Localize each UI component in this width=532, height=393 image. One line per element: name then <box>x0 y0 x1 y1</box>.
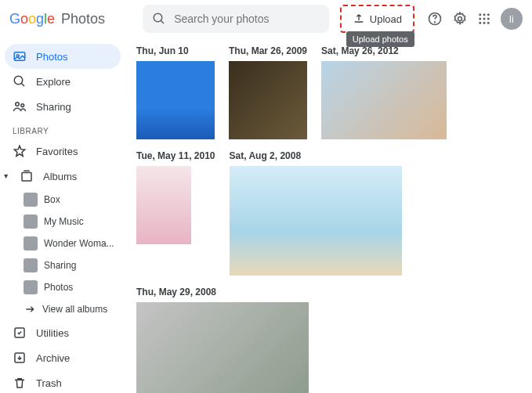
svg-point-13 <box>487 22 490 24</box>
search-icon <box>152 12 166 26</box>
svg-point-19 <box>21 104 24 107</box>
photo-thumbnail[interactable] <box>136 61 215 139</box>
sidebar: Photos Explore Sharing LIBRARY Favorites… <box>0 38 125 393</box>
gear-icon[interactable] <box>452 11 468 27</box>
sidebar-item-label: Trash <box>36 377 62 389</box>
album-item-wonder-woman[interactable]: Wonder Woma... <box>5 233 121 254</box>
trash-icon <box>13 376 27 390</box>
photo-group: Thu, May 29, 2008 <box>136 287 309 393</box>
svg-point-12 <box>483 22 486 24</box>
album-item-box[interactable]: Box <box>5 189 121 211</box>
sidebar-item-explore[interactable]: Explore <box>5 69 121 94</box>
svg-point-7 <box>487 13 490 16</box>
photo-group: Sat, Aug 2, 2008 <box>230 150 402 276</box>
album-item-photos[interactable]: Photos <box>5 276 121 298</box>
upload-label: Upload <box>370 13 402 25</box>
sidebar-item-label: Explore <box>36 76 71 88</box>
album-thumb <box>24 258 38 272</box>
album-thumb <box>24 215 38 229</box>
date-label: Thu, Mar 26, 2009 <box>229 45 307 56</box>
svg-point-6 <box>483 13 486 16</box>
sidebar-item-archive[interactable]: Archive <box>5 345 121 370</box>
photo-group: Thu, Jun 10 <box>136 45 215 139</box>
people-icon <box>13 99 27 114</box>
svg-point-10 <box>487 18 490 20</box>
svg-point-3 <box>435 22 436 23</box>
upload-icon <box>353 13 365 25</box>
sidebar-item-utilities[interactable]: Utilities <box>5 320 121 345</box>
sidebar-item-label: Utilities <box>36 327 69 339</box>
photo-grid: Thu, Jun 10 Thu, Mar 26, 2009 Sat, May 2… <box>125 38 532 393</box>
album-item-sharing[interactable]: Sharing <box>5 254 121 276</box>
arrow-right-icon <box>24 303 36 315</box>
sidebar-item-albums[interactable]: ▸ Albums <box>5 164 121 189</box>
album-thumb <box>24 280 38 294</box>
view-all-albums[interactable]: View all albums <box>5 298 121 320</box>
photo-thumbnail[interactable] <box>230 166 402 276</box>
header-actions: li <box>427 8 523 30</box>
album-item-my-music[interactable]: My Music <box>5 211 121 233</box>
date-label: Thu, May 29, 2008 <box>136 287 309 297</box>
svg-point-4 <box>458 17 462 21</box>
album-thumb <box>24 193 38 207</box>
avatar[interactable]: li <box>501 8 523 30</box>
svg-rect-20 <box>22 173 31 182</box>
sidebar-item-photos[interactable]: Photos <box>5 44 121 69</box>
sidebar-item-label: Archive <box>36 352 70 364</box>
photo-group: Tue, May 11, 2010 <box>136 150 215 276</box>
date-label: Tue, May 11, 2010 <box>136 150 215 161</box>
sidebar-item-label: Sharing <box>36 101 71 113</box>
svg-line-17 <box>21 83 24 86</box>
utilities-icon <box>13 326 27 340</box>
sidebar-item-sharing[interactable]: Sharing <box>5 94 121 119</box>
app-logo[interactable]: Google Photos <box>9 11 105 27</box>
upload-highlight: Upload Upload photos <box>340 5 414 33</box>
photo-thumbnail[interactable] <box>229 61 307 139</box>
search-bar[interactable] <box>143 5 329 33</box>
archive-icon <box>13 351 27 365</box>
photo-group: Sat, May 26, 2012 <box>321 45 447 139</box>
sidebar-item-label: Photos <box>36 51 67 63</box>
upload-button[interactable]: Upload <box>345 8 410 30</box>
logo-product-name: Photos <box>61 11 105 27</box>
svg-point-9 <box>483 18 486 20</box>
header: Google Photos Upload Upload photos li <box>0 0 532 38</box>
svg-point-0 <box>154 13 162 22</box>
photo-group: Thu, Mar 26, 2009 <box>229 45 307 139</box>
photo-thumbnail[interactable] <box>321 61 447 139</box>
sidebar-item-label: Favorites <box>36 146 78 157</box>
search-icon <box>13 74 27 88</box>
date-label: Sat, May 26, 2012 <box>321 45 447 56</box>
svg-point-8 <box>479 18 481 20</box>
photo-thumbnail[interactable] <box>136 166 191 244</box>
chevron-down-icon: ▸ <box>2 175 11 178</box>
svg-point-5 <box>479 13 481 16</box>
apps-icon[interactable] <box>477 12 491 26</box>
album-icon <box>20 169 34 183</box>
svg-point-11 <box>479 22 481 24</box>
help-icon[interactable] <box>427 11 443 27</box>
photo-icon <box>13 49 27 63</box>
svg-point-18 <box>16 103 20 106</box>
sidebar-item-trash[interactable]: Trash <box>5 370 121 393</box>
date-label: Thu, Jun 10 <box>136 45 215 56</box>
upload-tooltip: Upload photos <box>346 31 414 47</box>
photo-thumbnail[interactable] <box>136 302 309 393</box>
sidebar-item-label: Albums <box>43 171 77 182</box>
sidebar-item-favorites[interactable]: Favorites <box>5 139 121 164</box>
library-header: LIBRARY <box>5 119 121 139</box>
album-thumb <box>24 236 38 251</box>
svg-line-1 <box>161 20 164 23</box>
svg-point-16 <box>14 76 23 85</box>
search-input[interactable] <box>174 13 320 25</box>
date-label: Sat, Aug 2, 2008 <box>230 150 402 161</box>
star-icon <box>13 144 27 158</box>
